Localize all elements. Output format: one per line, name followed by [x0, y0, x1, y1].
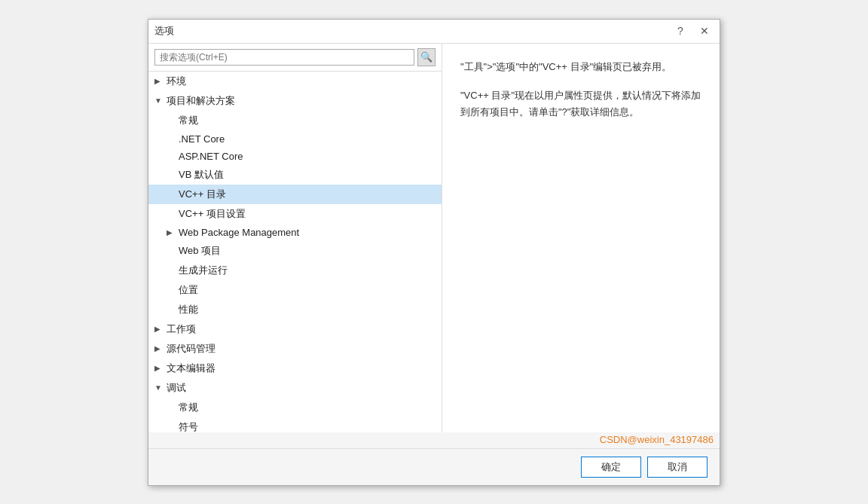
dialog-title: 选项	[154, 24, 174, 38]
tree-label-symbol: 符号	[179, 420, 198, 432]
tree-item-buildrun[interactable]: 生成并运行	[148, 261, 442, 280]
tree-label-proj: 项目和解决方案	[167, 94, 235, 108]
tree-label-location: 位置	[179, 283, 198, 297]
search-icon: 🔍	[420, 51, 432, 63]
content-line1: "工具">"选项"中的"VC++ 目录"编辑页已被弃用。	[460, 59, 701, 75]
tree-item-aspnetcore[interactable]: ASP.NET Core	[148, 148, 442, 165]
tree-label-vbdefault: VB 默认值	[179, 168, 224, 182]
tree-arrow-webpkg: ▶	[167, 228, 179, 237]
tree-item-vcppproj[interactable]: VC++ 项目设置	[148, 204, 442, 224]
content-area: "工具">"选项"中的"VC++ 目录"编辑页已被弃用。 "VC++ 目录"现在…	[460, 59, 701, 121]
tree-item-symbol[interactable]: 符号	[148, 417, 442, 432]
tree-label-webpkg: Web Package Management	[179, 227, 299, 238]
tree-label-general1: 常规	[179, 114, 198, 127]
tree-label-texteditor: 文本编辑器	[167, 362, 215, 375]
tree-arrow-proj: ▼	[154, 96, 167, 105]
tree-item-webproj[interactable]: Web 项目	[148, 241, 442, 261]
tree-arrow-workitem: ▶	[154, 325, 167, 333]
tree-item-workitem[interactable]: ▶工作项	[148, 319, 442, 339]
tree-label-general2: 常规	[179, 401, 198, 414]
options-dialog: 选项 ? ✕ 🔍 ▶环境▼项目和解决方案常规.NET CoreASP.NET C…	[148, 19, 720, 486]
tree-label-netcore: .NET Core	[179, 133, 225, 145]
title-bar: 选项 ? ✕	[148, 20, 720, 44]
content-line2: "VC++ 目录"现在以用户属性页提供，默认情况下将添加到所有项目中。请单击"?…	[460, 87, 701, 121]
ok-button[interactable]: 确定	[581, 457, 641, 478]
right-panel: "工具">"选项"中的"VC++ 目录"编辑页已被弃用。 "VC++ 目录"现在…	[442, 44, 720, 432]
search-button[interactable]: 🔍	[417, 48, 436, 66]
tree-item-env[interactable]: ▶环境	[148, 72, 442, 91]
watermark-area: CSDN@weixin_43197486	[148, 432, 720, 448]
tree-arrow-texteditor: ▶	[154, 364, 167, 372]
tree-area[interactable]: ▶环境▼项目和解决方案常规.NET CoreASP.NET CoreVB 默认值…	[148, 72, 442, 432]
tree-item-debug[interactable]: ▼调试	[148, 378, 442, 398]
tree-label-buildrun: 生成并运行	[179, 264, 228, 277]
tree-label-debug: 调试	[167, 381, 186, 395]
title-controls: ? ✕	[671, 22, 714, 40]
tree-label-vcppproj: VC++ 项目设置	[179, 207, 246, 221]
tree-label-srcctrl: 源代码管理	[167, 342, 215, 356]
search-input[interactable]	[154, 49, 414, 66]
search-box: 🔍	[148, 44, 442, 72]
tree-item-webpkg[interactable]: ▶Web Package Management	[148, 224, 442, 241]
help-button[interactable]: ?	[671, 22, 689, 40]
tree-label-perf: 性能	[179, 303, 198, 316]
tree-item-texteditor[interactable]: ▶文本编辑器	[148, 359, 442, 378]
tree-item-srcctrl[interactable]: ▶源代码管理	[148, 339, 442, 359]
dialog-body: 🔍 ▶环境▼项目和解决方案常规.NET CoreASP.NET CoreVB 默…	[148, 44, 720, 432]
cancel-button[interactable]: 取消	[647, 457, 708, 478]
tree-label-aspnetcore: ASP.NET Core	[179, 151, 243, 162]
tree-item-perf[interactable]: 性能	[148, 300, 442, 319]
tree-item-general2[interactable]: 常规	[148, 398, 442, 417]
tree-arrow-debug: ▼	[154, 383, 167, 392]
tree-item-general1[interactable]: 常规	[148, 111, 442, 130]
tree-item-vbdefault[interactable]: VB 默认值	[148, 165, 442, 185]
tree-item-location[interactable]: 位置	[148, 280, 442, 300]
tree-label-webproj: Web 项目	[179, 244, 221, 258]
tree-label-env: 环境	[167, 75, 186, 88]
watermark-text: CSDN@weixin_43197486	[600, 434, 714, 445]
left-panel: 🔍 ▶环境▼项目和解决方案常规.NET CoreASP.NET CoreVB 默…	[148, 44, 442, 432]
tree-item-vcppdir[interactable]: VC++ 目录	[148, 185, 442, 204]
tree-item-proj[interactable]: ▼项目和解决方案	[148, 91, 442, 111]
close-button[interactable]: ✕	[695, 22, 714, 40]
tree-arrow-srcctrl: ▶	[154, 344, 167, 353]
dialog-footer: 确定 取消	[148, 448, 720, 485]
tree-item-netcore[interactable]: .NET Core	[148, 130, 442, 148]
tree-label-vcppdir: VC++ 目录	[179, 188, 226, 201]
tree-label-workitem: 工作项	[167, 322, 196, 336]
tree-arrow-env: ▶	[154, 77, 167, 85]
